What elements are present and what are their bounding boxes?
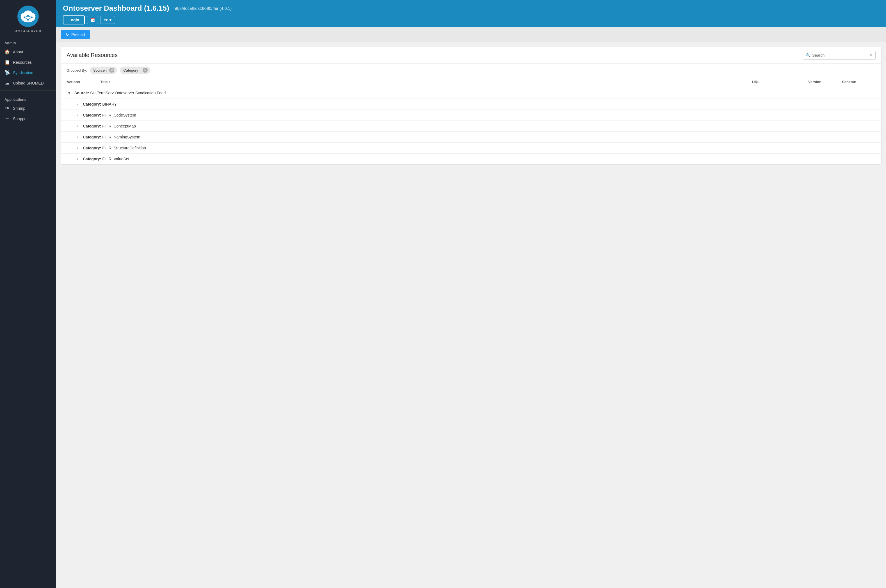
sidebar-item-about-label: About xyxy=(13,50,23,54)
source-chip: Source ↑ ✕ xyxy=(90,66,117,74)
category-conceptmap-value: FHIR_ConceptMap xyxy=(102,124,136,128)
upload-icon: ☁ xyxy=(4,80,10,86)
grouped-by-bar: Grouped By: Source ↑ ✕ Category ↑ ✕ xyxy=(61,64,881,77)
card-title: Available Resources xyxy=(66,52,118,58)
category-valueset-label: Category: xyxy=(83,157,101,161)
card-header: Available Resources 🔍 ✕ xyxy=(61,47,881,64)
logo-text: ONTOSERVER xyxy=(15,29,42,33)
category-binary-value: BINARY xyxy=(102,102,117,106)
source-label: Source: xyxy=(74,91,89,95)
category-namingsystem-label: Category: xyxy=(83,135,101,139)
category-namingsystem-text: Category: FHIR_NamingSystem xyxy=(83,135,140,139)
calendar-button[interactable]: 📅 xyxy=(87,16,98,24)
dashboard-title: Ontoserver Dashboard (1.6.15) xyxy=(63,4,169,13)
reload-icon: ↻ xyxy=(66,32,69,37)
sidebar-item-upload-snomed-label: Upload SNOMED xyxy=(13,81,44,86)
sidebar-item-resources[interactable]: 📋 Resources xyxy=(0,57,56,68)
category-namingsystem-expand[interactable]: › xyxy=(75,135,80,139)
lang-value: en xyxy=(104,18,108,22)
server-url: http://localhost:8080/fhir (4.0.1) xyxy=(174,6,232,10)
sidebar-item-upload-snomed[interactable]: ☁ Upload SNOMED xyxy=(0,78,56,88)
calendar-icon: 📅 xyxy=(90,18,95,22)
source-row: ▾ Source: SU-TermServ Ontoserver Syndica… xyxy=(61,87,881,99)
language-selector[interactable]: en ▾ xyxy=(100,16,115,24)
category-valueset-text: Category: FHIR_ValueSet xyxy=(83,157,129,161)
category-row-codesystem: › Category: FHIR_CodeSystem xyxy=(61,110,881,121)
chevron-down-icon: ▾ xyxy=(109,18,111,22)
sidebar-item-snapper[interactable]: ✏ Snapper xyxy=(0,114,56,124)
table-header: Actions Title ↑ URL Version Scheme xyxy=(61,77,881,87)
main-area: Ontoserver Dashboard (1.6.15) http://loc… xyxy=(56,0,886,588)
sidebar-item-shrimp-label: Shrimp xyxy=(13,106,25,111)
category-chip-close[interactable]: ✕ xyxy=(142,68,148,73)
grouped-by-label: Grouped By: xyxy=(66,68,87,72)
syndication-icon: 📡 xyxy=(4,70,10,75)
category-row-namingsystem: › Category: FHIR_NamingSystem xyxy=(61,132,881,142)
sidebar-logo: ONTOSERVER xyxy=(0,0,56,36)
source-text: Source: SU-TermServ Ontoserver Syndicati… xyxy=(74,91,166,95)
search-box: 🔍 ✕ xyxy=(803,51,876,60)
source-name: SU-TermServ Ontoserver Syndication Feed xyxy=(90,91,166,95)
login-button[interactable]: Login xyxy=(63,15,85,24)
preload-button[interactable]: ↻ Preload xyxy=(61,30,90,39)
search-clear-button[interactable]: ✕ xyxy=(869,52,873,58)
category-valueset-expand[interactable]: › xyxy=(75,157,80,161)
col-url[interactable]: URL xyxy=(752,80,808,84)
category-binary-label: Category: xyxy=(83,102,101,106)
category-structuredefinition-value: FHIR_StructureDefinition xyxy=(102,146,146,150)
pencil-icon: ✏ xyxy=(4,116,10,121)
sidebar: ONTOSERVER Admin 🏠 About 📋 Resources 📡 S… xyxy=(0,0,56,588)
category-binary-expand[interactable]: › xyxy=(75,102,80,106)
category-codesystem-label: Category: xyxy=(83,113,101,117)
header-top: Ontoserver Dashboard (1.6.15) http://loc… xyxy=(63,4,879,13)
col-version[interactable]: Version xyxy=(808,80,842,84)
logo-image xyxy=(17,5,39,27)
category-conceptmap-expand[interactable]: › xyxy=(75,124,80,128)
sidebar-divider xyxy=(0,90,56,91)
sidebar-item-shrimp[interactable]: 👁 Shrimp xyxy=(0,104,56,114)
category-binary-text: Category: BINARY xyxy=(83,102,117,106)
category-structuredefinition-label: Category: xyxy=(83,146,101,150)
sidebar-item-about[interactable]: 🏠 About xyxy=(0,46,56,57)
sidebar-item-snapper-label: Snapper xyxy=(13,117,28,121)
header: Ontoserver Dashboard (1.6.15) http://loc… xyxy=(56,0,886,27)
source-expand-icon[interactable]: ▾ xyxy=(66,91,72,95)
applications-section-label: Applications xyxy=(0,93,56,104)
category-row-valueset: › Category: FHIR_ValueSet xyxy=(61,154,881,164)
category-codesystem-text: Category: FHIR_CodeSystem xyxy=(83,113,136,117)
col-scheme[interactable]: Scheme xyxy=(842,80,876,84)
admin-section-label: Admin xyxy=(0,36,56,46)
eye-icon: 👁 xyxy=(4,106,10,111)
category-conceptmap-text: Category: FHIR_ConceptMap xyxy=(83,124,136,128)
category-structuredefinition-text: Category: FHIR_StructureDefinition xyxy=(83,146,146,150)
search-input[interactable] xyxy=(812,53,867,58)
home-icon: 🏠 xyxy=(4,49,10,54)
category-conceptmap-label: Category: xyxy=(83,124,101,128)
sidebar-item-syndication-label: Syndication xyxy=(13,70,33,75)
toolbar: ↻ Preload xyxy=(56,27,886,42)
category-row-conceptmap: › Category: FHIR_ConceptMap xyxy=(61,121,881,132)
category-codesystem-value: FHIR_CodeSystem xyxy=(102,113,136,117)
category-valueset-value: FHIR_ValueSet xyxy=(102,157,129,161)
resources-icon: 📋 xyxy=(4,60,10,65)
category-structuredefinition-expand[interactable]: › xyxy=(75,146,80,150)
col-title[interactable]: Title ↑ xyxy=(100,80,752,84)
sidebar-item-syndication[interactable]: 📡 Syndication xyxy=(0,68,56,78)
category-row-binary: › Category: BINARY xyxy=(61,99,881,110)
header-actions: Login 📅 en ▾ xyxy=(63,15,879,24)
category-namingsystem-value: FHIR_NamingSystem xyxy=(102,135,140,139)
category-chip: Category ↑ ✕ xyxy=(120,66,150,74)
category-row-structuredefinition: › Category: FHIR_StructureDefinition xyxy=(61,142,881,154)
category-chip-label: Category ↑ xyxy=(123,68,141,72)
resources-card: Available Resources 🔍 ✕ Grouped By: Sour… xyxy=(61,46,882,165)
search-icon: 🔍 xyxy=(806,53,811,58)
source-chip-close[interactable]: ✕ xyxy=(109,68,114,73)
source-chip-label: Source ↑ xyxy=(93,68,108,72)
content-area: Available Resources 🔍 ✕ Grouped By: Sour… xyxy=(56,42,886,588)
col-actions: Actions xyxy=(66,80,100,84)
category-codesystem-expand[interactable]: › xyxy=(75,113,80,117)
sidebar-item-resources-label: Resources xyxy=(13,60,32,64)
